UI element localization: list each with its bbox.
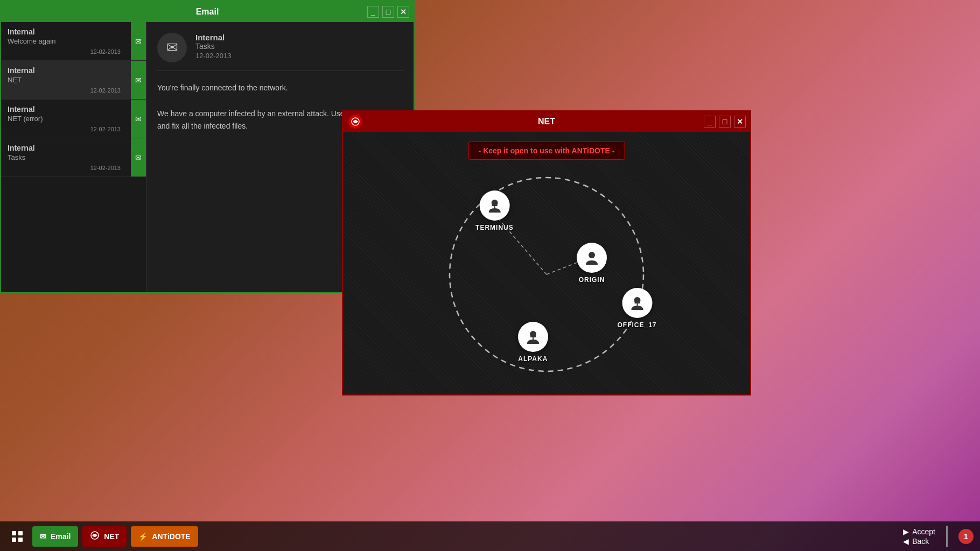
terminus-icon bbox=[486, 197, 502, 214]
net-circle-container: TERMINUS ORIGIN bbox=[433, 161, 660, 387]
mail-icon-0: ✉ bbox=[135, 37, 142, 46]
taskbar-email-label: Email bbox=[51, 532, 71, 541]
net-node-circle-office17 bbox=[622, 288, 652, 318]
email-date-1: 12-02-2013 bbox=[8, 87, 139, 94]
email-sender-1: Internal bbox=[8, 66, 139, 75]
maximize-button[interactable]: □ bbox=[382, 6, 394, 18]
taskbar-antidote-button[interactable]: ⚡ ANTiDOTE bbox=[131, 526, 198, 547]
alpaka-label: ALPAKA bbox=[518, 355, 548, 363]
email-subject-2: NET (error) bbox=[8, 115, 139, 123]
minimize-button[interactable]: _ bbox=[367, 6, 379, 18]
alpaka-icon bbox=[525, 329, 541, 345]
svg-rect-16 bbox=[12, 538, 16, 542]
back-button[interactable]: ◀ Back bbox=[903, 537, 929, 546]
taskbar-email-icon: ✉ bbox=[40, 532, 46, 541]
email-from: Internal bbox=[195, 33, 232, 42]
taskbar-email-button[interactable]: ✉ Email bbox=[32, 526, 78, 547]
email-titlebar: Email _ □ ✕ bbox=[1, 2, 414, 22]
net-node-origin[interactable]: ORIGIN bbox=[577, 243, 607, 284]
net-title: NET bbox=[538, 117, 555, 126]
net-close-button[interactable]: ✕ bbox=[734, 116, 746, 128]
email-body-line1: You're finally connected to the network. bbox=[157, 82, 403, 95]
email-sender-3: Internal bbox=[8, 144, 139, 152]
email-title: Email bbox=[196, 7, 219, 17]
net-banner: - Keep it open to use with ANTiDOTE - bbox=[468, 142, 625, 160]
mail-icon-1: ✉ bbox=[135, 76, 142, 84]
net-node-terminus[interactable]: TERMINUS bbox=[475, 190, 514, 231]
net-node-circle-origin bbox=[577, 243, 607, 273]
email-accent-1: ✉ bbox=[131, 61, 146, 99]
email-item-1[interactable]: Internal NET 12-02-2013 ✉ bbox=[1, 61, 146, 100]
email-subject-0: Welcome again bbox=[8, 37, 139, 45]
email-item-2[interactable]: Internal NET (error) 12-02-2013 ✉ bbox=[1, 100, 146, 138]
taskbar-antidote-icon: ⚡ bbox=[138, 532, 148, 541]
email-date-0: 12-02-2013 bbox=[8, 48, 139, 55]
net-node-circle-terminus bbox=[479, 190, 509, 221]
accept-button[interactable]: ▶ Accept bbox=[903, 527, 935, 536]
taskbar-divider bbox=[946, 526, 948, 547]
taskbar-antidote-label: ANTiDOTE bbox=[152, 532, 190, 541]
office17-label: OFFICE_17 bbox=[617, 321, 656, 329]
net-node-circle-alpaka bbox=[518, 322, 548, 352]
net-node-office17[interactable]: OFFICE_17 bbox=[617, 288, 656, 329]
email-date-3: 12-02-2013 bbox=[8, 165, 139, 171]
mail-icon-2: ✉ bbox=[135, 115, 142, 123]
close-button[interactable]: ✕ bbox=[397, 6, 409, 18]
back-icon: ◀ bbox=[903, 537, 909, 546]
back-label: Back bbox=[912, 537, 929, 546]
email-accent-2: ✉ bbox=[131, 100, 146, 138]
email-item-0[interactable]: Internal Welcome again 12-02-2013 ✉ bbox=[1, 22, 146, 61]
email-sender-0: Internal bbox=[8, 27, 139, 36]
mail-icon-3: ✉ bbox=[135, 153, 142, 162]
email-accent-3: ✉ bbox=[131, 138, 146, 176]
email-meta: Internal Tasks 12-02-2013 bbox=[195, 33, 232, 60]
email-sidebar: Internal Welcome again 12-02-2013 ✉ Inte… bbox=[1, 22, 146, 292]
net-titlebar: NET _ □ ✕ bbox=[343, 111, 750, 132]
email-date-2: 12-02-2013 bbox=[8, 126, 139, 132]
taskbar-net-icon bbox=[90, 531, 100, 542]
origin-label: ORIGIN bbox=[579, 276, 605, 284]
taskbar-right: ▶ Accept ◀ Back 1 bbox=[903, 526, 974, 547]
apps-button[interactable] bbox=[6, 526, 28, 547]
email-sender-2: Internal bbox=[8, 105, 139, 114]
taskbar-controls: ▶ Accept ◀ Back bbox=[903, 527, 935, 546]
email-open-subject: Tasks bbox=[195, 42, 232, 51]
office17-icon bbox=[629, 295, 645, 311]
svg-point-7 bbox=[589, 252, 595, 258]
email-open-date: 12-02-2013 bbox=[195, 52, 232, 60]
net-window: NET _ □ ✕ - Keep it open to use with ANT… bbox=[342, 110, 751, 395]
email-subject-1: NET bbox=[8, 76, 139, 84]
email-item-3[interactable]: Internal Tasks 12-02-2013 ✉ bbox=[1, 138, 146, 177]
net-titlebar-controls: _ □ ✕ bbox=[704, 116, 746, 128]
accept-label: Accept bbox=[912, 527, 935, 536]
svg-rect-17 bbox=[18, 538, 23, 542]
net-maximize-button[interactable]: □ bbox=[719, 116, 731, 128]
apps-grid-icon bbox=[11, 531, 23, 542]
taskbar-net-button[interactable]: NET bbox=[82, 526, 127, 547]
accept-icon: ▶ bbox=[903, 527, 909, 536]
terminus-label: TERMINUS bbox=[475, 224, 514, 231]
net-body: - Keep it open to use with ANTiDOTE - bbox=[343, 132, 750, 394]
origin-icon bbox=[584, 250, 600, 266]
email-titlebar-controls: _ □ ✕ bbox=[367, 6, 409, 18]
email-accent-0: ✉ bbox=[131, 22, 146, 60]
email-subject-3: Tasks bbox=[8, 153, 139, 161]
taskbar-net-label: NET bbox=[104, 532, 119, 541]
svg-rect-15 bbox=[18, 531, 23, 535]
net-titlebar-left bbox=[348, 115, 362, 129]
svg-rect-14 bbox=[12, 531, 16, 535]
net-node-alpaka[interactable]: ALPAKA bbox=[518, 322, 548, 363]
net-logo-icon bbox=[348, 115, 362, 129]
notification-badge[interactable]: 1 bbox=[958, 529, 974, 544]
email-header: ✉ Internal Tasks 12-02-2013 bbox=[157, 33, 403, 71]
taskbar: ✉ Email NET ⚡ ANTiDOTE ▶ Accept ◀ Back 1 bbox=[0, 521, 980, 551]
email-sender-icon: ✉ bbox=[157, 33, 187, 62]
net-minimize-button[interactable]: _ bbox=[704, 116, 716, 128]
